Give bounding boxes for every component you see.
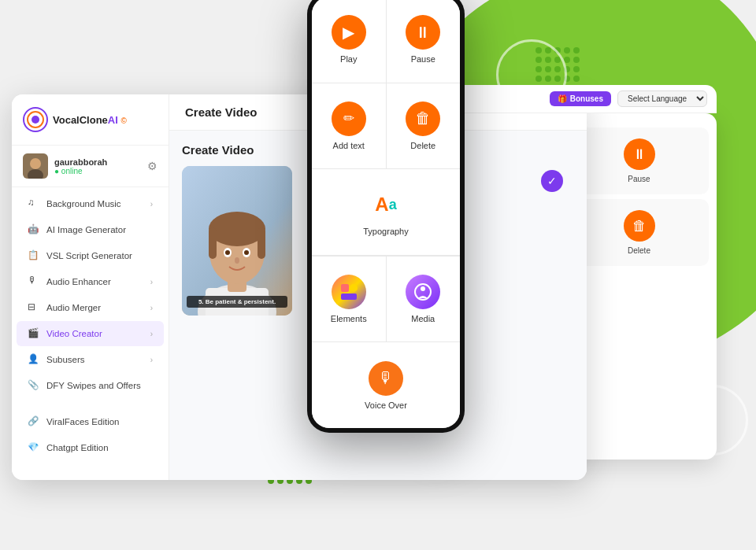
- phone-media-cell[interactable]: Media: [387, 257, 461, 342]
- phone-typography-cell[interactable]: Aa Typography: [312, 169, 460, 256]
- phone-media-icon: [406, 275, 440, 309]
- svg-point-4: [30, 158, 41, 169]
- media-svg: [413, 282, 432, 301]
- elements-svg: [339, 282, 358, 301]
- chevron-icon: ›: [150, 356, 153, 364]
- phone-typography-label: Typography: [363, 227, 408, 236]
- video-preview[interactable]: 5. Be patient & persistent.: [182, 166, 292, 316]
- app-trademark: ©: [120, 116, 126, 125]
- phone-media-label: Media: [411, 314, 435, 323]
- back-panel-pause-cell[interactable]: ⏸ Pause: [569, 127, 709, 194]
- settings-icon[interactable]: ⚙: [147, 160, 158, 172]
- sidebar-item-label: Background Music: [46, 199, 121, 209]
- chevron-icon: ›: [150, 330, 153, 338]
- chatgpt-icon: 💎: [28, 441, 40, 454]
- phone-elements-label: Elements: [331, 314, 367, 323]
- viral-icon: 🔗: [28, 415, 40, 428]
- sidebar-item-label: ViralFaces Edition: [46, 417, 119, 426]
- gift-icon: 🎁: [558, 94, 567, 103]
- phone-addtext-cell[interactable]: ✏ Add text: [312, 83, 386, 169]
- back-panel-pause-icon: ⏸: [624, 138, 655, 170]
- svg-point-20: [350, 284, 358, 292]
- app-ai-suffix: AI: [108, 114, 118, 126]
- sidebar-item-label: VSL Script Generator: [46, 251, 132, 260]
- svg-rect-13: [258, 227, 265, 259]
- users-icon: 👤: [28, 353, 40, 366]
- phone-inner: ▶ Play ⏸ Pause ✏ Add text 🗑 Delete A: [312, 0, 460, 428]
- sidebar-item-ai-image[interactable]: 🤖 AI Image Generator: [17, 217, 164, 242]
- sidebar-item-dfy-swipes[interactable]: 📎 DFY Swipes and Offers: [17, 373, 164, 398]
- phone-delete-cell[interactable]: 🗑 Delete: [387, 83, 461, 169]
- back-panel-empty-cell: [569, 271, 709, 341]
- sidebar-item-label: DFY Swipes and Offers: [46, 381, 141, 390]
- sidebar-item-vsl-script[interactable]: 📋 VSL Script Generator: [17, 243, 164, 268]
- check-icon: ✓: [547, 175, 557, 187]
- swipes-icon: 📎: [28, 379, 40, 392]
- chevron-icon: ›: [150, 278, 153, 286]
- svg-point-2: [32, 116, 39, 124]
- svg-rect-12: [209, 227, 217, 259]
- chevron-icon: ›: [150, 200, 153, 209]
- back-panel-delete-label: Delete: [628, 246, 650, 255]
- sidebar-item-label: Video Creator: [46, 329, 102, 338]
- phone-typography-icon: Aa: [369, 187, 403, 222]
- username: gaurabborah: [54, 157, 141, 167]
- phone-addtext-label: Add text: [333, 141, 365, 150]
- phone-voiceover-icon: 🎙: [369, 361, 403, 396]
- bonuses-label: Bonuses: [570, 94, 603, 103]
- sidebar-item-audio-merger[interactable]: ⊟ Audio Merger ›: [17, 295, 164, 320]
- language-select[interactable]: Select Language: [617, 90, 707, 107]
- phone-pause-cell[interactable]: ⏸ Pause: [387, 0, 461, 83]
- back-panel-delete-icon: 🗑: [624, 210, 655, 242]
- phone-play-icon: ▶: [332, 15, 366, 50]
- sidebar-item-label: Subusers: [46, 355, 85, 364]
- music-icon: ♫: [28, 197, 40, 210]
- phone-delete-icon: 🗑: [406, 102, 440, 136]
- user-status: ● online: [54, 167, 141, 175]
- user-area: gaurabborah ● online ⚙: [12, 146, 169, 187]
- back-panel-delete-cell[interactable]: 🗑 Delete: [569, 199, 709, 266]
- app-name: VocalCloneAI ©: [53, 114, 127, 126]
- user-info: gaurabborah ● online: [54, 157, 141, 175]
- bonuses-button[interactable]: 🎁 Bonuses: [550, 91, 611, 106]
- chevron-icon: ›: [150, 304, 153, 312]
- video-frame: [182, 166, 292, 316]
- sidebar-item-background-music[interactable]: ♫ Background Music ›: [17, 191, 164, 216]
- svg-point-11: [209, 212, 265, 246]
- svg-point-16: [225, 250, 230, 255]
- svg-point-17: [244, 250, 249, 255]
- phone-elements-icon: [332, 275, 366, 309]
- phone-play-cell[interactable]: ▶ Play: [312, 0, 386, 83]
- sidebar-nav: ♫ Background Music › 🤖 AI Image Generato…: [12, 190, 169, 467]
- back-panel-pause-label: Pause: [628, 175, 650, 183]
- phone-addtext-icon: ✏: [332, 102, 366, 136]
- image-icon: 🤖: [28, 223, 40, 236]
- phone-pause-label: Pause: [411, 54, 435, 64]
- sidebar-item-viralfaces[interactable]: 🔗 ViralFaces Edition: [17, 409, 164, 434]
- sidebar-item-label: Audio Enhancer: [46, 277, 111, 286]
- phone-play-label: Play: [340, 54, 357, 64]
- sidebar-item-chatgpt[interactable]: 💎 Chatgpt Edition: [17, 435, 164, 460]
- svg-rect-21: [341, 293, 357, 300]
- check-circle: ✓: [541, 170, 563, 192]
- video-icon: 🎬: [28, 327, 40, 340]
- sidebar-item-video-creator[interactable]: 🎬 Video Creator ›: [17, 321, 164, 346]
- svg-point-23: [421, 286, 425, 291]
- app-window: VocalCloneAI © gaurabborah ● online ⚙: [12, 94, 587, 480]
- phone-grid: ▶ Play ⏸ Pause ✏ Add text 🗑 Delete A: [312, 0, 460, 428]
- sidebar-item-label: AI Image Generator: [46, 225, 126, 234]
- app-logo-icon: [23, 107, 48, 132]
- sidebar-item-audio-enhancer[interactable]: 🎙 Audio Enhancer ›: [17, 269, 164, 294]
- sidebar: VocalCloneAI © gaurabborah ● online ⚙: [12, 94, 169, 480]
- phone-voiceover-cell[interactable]: 🎙 Voice Over: [312, 342, 460, 428]
- sidebar-item-subusers[interactable]: 👤 Subusers ›: [17, 347, 164, 372]
- svg-point-18: [235, 257, 239, 264]
- mic-icon: 🎙: [28, 275, 40, 288]
- phone-voiceover-label: Voice Over: [365, 401, 407, 410]
- sidebar-item-label: Chatgpt Edition: [46, 443, 109, 452]
- video-person-svg: [182, 166, 292, 316]
- video-subtitle: 5. Be patient & persistent.: [187, 296, 287, 308]
- phone-elements-cell[interactable]: Elements: [312, 257, 386, 342]
- script-icon: 📋: [28, 249, 40, 262]
- phone-delete-label: Delete: [410, 141, 435, 150]
